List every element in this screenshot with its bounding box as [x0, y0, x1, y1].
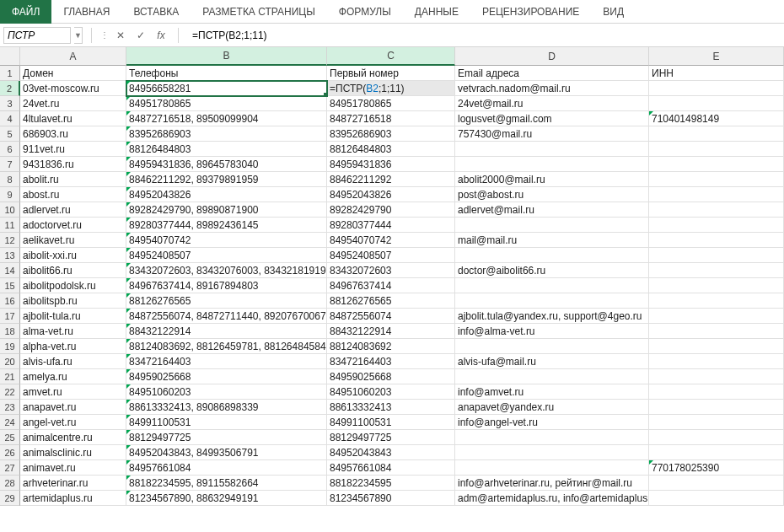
cell-inn[interactable] — [649, 218, 784, 233]
cell-email[interactable]: 24vet@mail.ru — [455, 96, 649, 111]
fx-icon[interactable]: fx — [153, 27, 169, 44]
cell-first-number[interactable]: 84967637414 — [327, 278, 455, 293]
cell-domain[interactable]: 911vet.ru — [20, 142, 126, 157]
cell-email[interactable]: logusvet@gmail.com — [455, 111, 649, 126]
cell-first-number[interactable]: 84872556074 — [327, 309, 455, 324]
row-header[interactable]: 2 — [0, 81, 20, 96]
cell-first-number[interactable]: 88126276565 — [327, 293, 455, 309]
cell-first-number[interactable]: 88124083692 — [327, 339, 455, 354]
tab-insert[interactable]: ВСТАВКА — [121, 0, 191, 24]
tab-file[interactable]: ФАЙЛ — [0, 0, 51, 24]
cell-phones[interactable]: 88126276565 — [126, 293, 327, 309]
cell-email[interactable]: info@arhveterinar.ru, рейтинг@mail.ru — [455, 476, 649, 491]
cell-domain[interactable]: arhveterinar.ru — [20, 476, 126, 491]
select-all-triangle[interactable] — [0, 47, 20, 66]
cell-first-number[interactable]: 88182234595 — [327, 476, 455, 491]
cell-first-number[interactable]: 88126484803 — [327, 142, 455, 157]
col-header-d[interactable]: D — [455, 47, 649, 66]
cell-phones[interactable]: 84872716518, 89509099904 — [126, 111, 327, 126]
row-header[interactable]: 23 — [0, 400, 20, 415]
cell-email[interactable]: vetvrach.nadom@mail.ru — [455, 81, 649, 96]
cell-first-number[interactable]: 84959431836 — [327, 157, 455, 172]
tab-view[interactable]: ВИД — [591, 0, 636, 24]
cell-phones[interactable]: 84959431836, 89645783040 — [126, 157, 327, 172]
header-cell[interactable]: ИНН — [649, 66, 784, 81]
cell-phones[interactable]: 84952408507 — [126, 248, 327, 263]
cell-inn[interactable] — [649, 157, 784, 172]
cell-email[interactable]: doctor@aibolit66.ru — [455, 263, 649, 278]
cell-domain[interactable]: abost.ru — [20, 187, 126, 202]
enter-icon[interactable]: ✓ — [132, 27, 149, 44]
row-header[interactable]: 24 — [0, 415, 20, 430]
cell-email[interactable] — [455, 460, 649, 476]
row-header[interactable]: 26 — [0, 445, 20, 460]
cell-phones[interactable]: 88124083692, 88126459781, 88126484584, — [126, 339, 327, 354]
cell-phones[interactable]: 83472164403 — [126, 354, 327, 369]
cell-domain[interactable]: 03vet-moscow.ru — [20, 81, 126, 96]
cell-domain[interactable]: animavet.ru — [20, 460, 126, 476]
cell-email[interactable]: 757430@mail.ru — [455, 126, 649, 142]
cell-inn[interactable] — [649, 278, 784, 293]
cell-phones[interactable]: 84951060203 — [126, 384, 327, 400]
cell-inn[interactable] — [649, 172, 784, 187]
tab-data[interactable]: ДАННЫЕ — [403, 0, 470, 24]
cell-inn[interactable] — [649, 430, 784, 445]
cell-domain[interactable]: ajbolit-tula.ru — [20, 309, 126, 324]
header-cell[interactable]: Домен — [20, 66, 126, 81]
cell-email[interactable]: info@amvet.ru — [455, 384, 649, 400]
cell-first-number[interactable]: 84991100531 — [327, 415, 455, 430]
name-box-dropdown[interactable]: ▼ — [74, 27, 83, 44]
cell-phones[interactable]: 88432122914 — [126, 324, 327, 339]
cell-first-number[interactable]: 88462211292 — [327, 172, 455, 187]
row-header[interactable]: 29 — [0, 491, 20, 506]
cell-first-number[interactable]: 83432072603 — [327, 263, 455, 278]
cell-domain[interactable]: angel-vet.ru — [20, 415, 126, 430]
cell-inn[interactable] — [649, 263, 784, 278]
cell-inn[interactable] — [649, 354, 784, 369]
cell-first-number[interactable]: 84872716518 — [327, 111, 455, 126]
cell-domain[interactable]: alma-vet.ru — [20, 324, 126, 339]
cell-email[interactable]: adm@artemidaplus.ru, info@artemidaplus.r… — [455, 491, 649, 506]
row-header[interactable]: 22 — [0, 384, 20, 400]
cell-email[interactable]: ajbolit.tula@yandex.ru, support@4geo.ru — [455, 309, 649, 324]
cell-phones[interactable]: 84967637414, 89167894803 — [126, 278, 327, 293]
header-cell[interactable]: Email адреса — [455, 66, 649, 81]
cell-domain[interactable]: aelikavet.ru — [20, 233, 126, 248]
tab-review[interactable]: РЕЦЕНЗИРОВАНИЕ — [470, 0, 591, 24]
cell-domain[interactable]: 9431836.ru — [20, 157, 126, 172]
row-header[interactable]: 10 — [0, 202, 20, 218]
cell-inn[interactable] — [649, 293, 784, 309]
col-header-c[interactable]: C — [327, 47, 455, 66]
row-header[interactable]: 16 — [0, 293, 20, 309]
row-header[interactable]: 15 — [0, 278, 20, 293]
cell-first-number[interactable]: 84959025668 — [327, 369, 455, 384]
cell-inn[interactable] — [649, 476, 784, 491]
cell-first-number[interactable]: 81234567890 — [327, 491, 455, 506]
cell-email[interactable]: alvis-ufa@mail.ru — [455, 354, 649, 369]
cell-email[interactable]: mail@mail.ru — [455, 233, 649, 248]
row-header[interactable]: 17 — [0, 309, 20, 324]
cell-domain[interactable]: animalcentre.ru — [20, 430, 126, 445]
col-header-e[interactable]: E — [649, 47, 784, 66]
cell-first-number[interactable]: 83952686903 — [327, 126, 455, 142]
cell-domain[interactable]: adlervet.ru — [20, 202, 126, 218]
name-box[interactable]: ПСТР — [3, 27, 71, 44]
cancel-icon[interactable]: ✕ — [112, 27, 129, 44]
cell-first-number[interactable]: 83472164403 — [327, 354, 455, 369]
cell-domain[interactable]: aibolit-xxi.ru — [20, 248, 126, 263]
tab-formulas[interactable]: ФОРМУЛЫ — [327, 0, 403, 24]
cell-email[interactable] — [455, 142, 649, 157]
cell-phones[interactable]: 84952043843, 84993506791 — [126, 445, 327, 460]
row-header[interactable]: 28 — [0, 476, 20, 491]
cell-phones[interactable]: 84959025668 — [126, 369, 327, 384]
row-header[interactable]: 3 — [0, 96, 20, 111]
cell-inn[interactable]: 710401498149 — [649, 111, 784, 126]
cell-domain[interactable]: animalsclinic.ru — [20, 445, 126, 460]
cell-domain[interactable]: alvis-ufa.ru — [20, 354, 126, 369]
cell-first-number[interactable]: 84952043826 — [327, 187, 455, 202]
cell-email[interactable]: post@abost.ru — [455, 187, 649, 202]
cell-inn[interactable] — [649, 400, 784, 415]
cell-email[interactable]: info@alma-vet.ru — [455, 324, 649, 339]
row-header[interactable]: 12 — [0, 233, 20, 248]
cell-domain[interactable]: abolit.ru — [20, 172, 126, 187]
